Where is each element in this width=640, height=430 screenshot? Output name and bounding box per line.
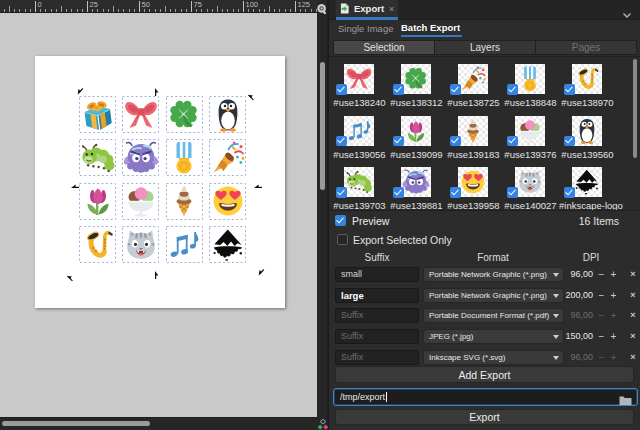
tab-layers[interactable]: Layers [435, 41, 536, 54]
dpi-decrease-button[interactable]: − [597, 330, 606, 343]
canvas-object-penguin[interactable] [209, 96, 246, 133]
suffix-input[interactable]: small [335, 267, 419, 282]
batch-item-checkbox[interactable] [564, 136, 575, 147]
batch-item-checkbox[interactable] [393, 187, 404, 198]
items-scrollbar-thumb[interactable] [633, 59, 637, 158]
canvas-object-medal[interactable] [166, 139, 203, 176]
batch-item-checkbox[interactable] [336, 187, 347, 198]
dpi-increase-button[interactable]: + [609, 351, 618, 364]
batch-item-checkbox[interactable] [507, 187, 518, 198]
batch-item-checkbox[interactable] [393, 84, 404, 95]
batch-item-checkbox[interactable] [450, 84, 461, 95]
format-dropdown[interactable]: JPEG (*.jpg) [423, 329, 564, 344]
dpi-value[interactable]: 96,00 [563, 268, 593, 281]
canvas-object-bow[interactable] [122, 96, 159, 133]
format-dropdown[interactable]: Portable Document Format (*.pdf) [423, 308, 564, 323]
canvas-object-gift[interactable] [79, 96, 116, 133]
scale-handle-nw[interactable] [64, 81, 80, 97]
canvas-object-catface[interactable] [122, 226, 159, 263]
tab-pages[interactable]: Pages [536, 41, 636, 54]
preview-checkbox[interactable] [335, 215, 346, 226]
format-value: JPEG (*.jpg) [429, 332, 473, 341]
tab-batch-export[interactable]: Batch Export [401, 20, 462, 37]
dpi-increase-button[interactable]: + [609, 309, 618, 322]
canvas-object-hearteyes[interactable] [209, 183, 246, 220]
scale-handle-se[interactable] [245, 262, 261, 278]
close-dialog-icon[interactable]: × [389, 4, 394, 14]
format-dropdown[interactable]: Portable Network Graphic (*.png) [423, 288, 564, 303]
format-dropdown[interactable]: Portable Network Graphic (*.png) [423, 267, 564, 282]
vertical-scrollbar-thumb[interactable] [320, 62, 325, 190]
batch-item-emoji-icon [516, 168, 544, 196]
scale-handle-n[interactable] [155, 80, 171, 96]
batch-item-checkbox[interactable] [507, 136, 518, 147]
dpi-value[interactable]: 150,00 [563, 330, 593, 343]
canvas-object-tulip[interactable] [79, 183, 116, 220]
batch-item-checkbox[interactable] [564, 187, 575, 198]
canvas-object-popper[interactable] [209, 139, 246, 176]
suffix-input[interactable]: Suffix [335, 308, 419, 323]
selection-dash-outline [79, 139, 116, 176]
selection-dash-outline [209, 139, 246, 176]
canvas-object-sax[interactable] [79, 226, 116, 263]
export-selected-only-checkbox[interactable] [337, 234, 348, 245]
dpi-decrease-button[interactable]: − [597, 289, 606, 302]
remove-row-button[interactable]: × [627, 309, 639, 322]
horizontal-ruler[interactable]: 0255075100125 [0, 0, 317, 13]
scale-handle-s[interactable] [155, 263, 171, 279]
canvas-object-caterpillar[interactable] [79, 139, 116, 176]
dpi-increase-button[interactable]: + [609, 289, 618, 302]
scale-arrow-icon [242, 78, 265, 101]
dock-menu-chevron-icon[interactable] [622, 5, 634, 15]
folder-browse-icon[interactable] [619, 392, 632, 403]
dpi-increase-button[interactable]: + [609, 330, 618, 343]
dpi-value[interactable]: 200,00 [563, 289, 593, 302]
batch-item-checkbox[interactable] [564, 84, 575, 95]
canvas-object-clover[interactable] [166, 96, 203, 133]
scale-handle-e[interactable] [246, 172, 262, 188]
batch-item-emoji-icon [345, 65, 373, 93]
zoom-corner-icon[interactable] [316, 1, 328, 13]
format-dropdown[interactable]: Inkscape SVG (*.svg) [423, 350, 564, 365]
tab-single-image[interactable]: Single Image [338, 20, 393, 37]
ruler-tick [170, 9, 171, 13]
dpi-decrease-button[interactable]: − [597, 268, 606, 281]
color-management-icon[interactable] [317, 417, 329, 429]
canvas-object-notes[interactable] [166, 226, 203, 263]
export-path-input[interactable]: /tmp/export [333, 388, 638, 406]
ruler-tick [149, 9, 150, 13]
dpi-value[interactable]: 96,00 [563, 351, 593, 364]
dpi-decrease-button[interactable]: − [597, 351, 606, 364]
ruler-tick [227, 9, 228, 13]
scale-handle-sw[interactable] [64, 262, 80, 278]
canvas-object-softserve[interactable] [166, 183, 203, 220]
batch-item-checkbox[interactable] [450, 187, 461, 198]
remove-row-button[interactable]: × [627, 330, 639, 343]
dpi-increase-button[interactable]: + [609, 268, 618, 281]
add-export-button[interactable]: Add Export [335, 366, 634, 383]
batch-item-thumbnail [515, 167, 545, 197]
batch-item-checkbox[interactable] [450, 136, 461, 147]
text-caret [386, 392, 387, 402]
canvas-object-octopus[interactable] [122, 139, 159, 176]
remove-row-button[interactable]: × [627, 268, 639, 281]
batch-item-checkbox[interactable] [336, 84, 347, 95]
batch-item-checkbox[interactable] [336, 136, 347, 147]
scale-handle-ne[interactable] [245, 81, 261, 97]
export-button[interactable]: Export [335, 409, 634, 425]
batch-item-checkbox[interactable] [393, 136, 404, 147]
export-dialog-tab[interactable]: Export × [336, 0, 398, 20]
suffix-input[interactable]: Suffix [335, 329, 419, 344]
suffix-input[interactable]: large [335, 288, 419, 303]
canvas-object-inkscape[interactable] [209, 226, 246, 263]
dpi-value[interactable]: 96,00 [563, 309, 593, 322]
remove-row-button[interactable]: × [627, 351, 639, 364]
tab-selection[interactable]: Selection [334, 41, 435, 54]
horizontal-scrollbar-thumb[interactable] [2, 421, 150, 426]
suffix-input[interactable]: Suffix [335, 350, 419, 365]
scale-handle-w[interactable] [63, 172, 79, 188]
remove-row-button[interactable]: × [627, 289, 639, 302]
batch-item-checkbox[interactable] [507, 84, 518, 95]
dpi-decrease-button[interactable]: − [597, 309, 606, 322]
canvas-object-sundae[interactable] [122, 183, 159, 220]
